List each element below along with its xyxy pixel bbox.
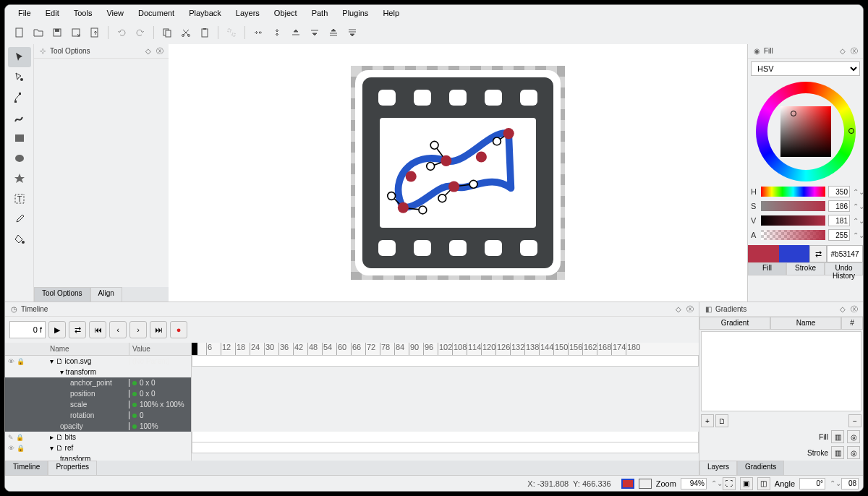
menu-document[interactable]: Document (131, 7, 182, 20)
remove-gradient-icon[interactable]: − (848, 414, 861, 427)
tree-row[interactable]: rotation0 (5, 410, 191, 421)
last-frame-icon[interactable]: ⏭ (150, 321, 167, 338)
detach-icon[interactable]: ◇ (144, 47, 153, 56)
zoom-sel-icon[interactable]: ◫ (757, 477, 770, 490)
hex-input[interactable] (827, 245, 863, 262)
menu-tools[interactable]: Tools (67, 7, 100, 20)
menu-view[interactable]: View (99, 7, 131, 20)
val-input[interactable] (828, 215, 850, 226)
loop-icon[interactable]: ⇄ (69, 321, 86, 338)
menu-edit[interactable]: Edit (38, 7, 67, 20)
detach-icon[interactable]: ◇ (838, 47, 847, 56)
lower-bottom-icon[interactable] (344, 24, 361, 41)
grad-stroke-radial-icon[interactable]: ◎ (847, 446, 860, 459)
swap-colors-icon[interactable]: ⇄ (809, 245, 827, 262)
lower-icon[interactable] (306, 24, 323, 41)
tree-row[interactable]: scale100% x 100% (5, 399, 191, 410)
tab-tool-options[interactable]: Tool Options (34, 287, 90, 302)
color-wheel[interactable] (756, 82, 856, 181)
tab-properties[interactable]: Properties (48, 461, 97, 475)
menu-path[interactable]: Path (305, 7, 336, 20)
export-icon[interactable] (86, 24, 103, 41)
tree-row[interactable]: transform (5, 453, 191, 461)
secondary-swatch[interactable] (779, 245, 810, 262)
layer-tree[interactable]: NameValue 👁 🔒▾ 🗋 icon.svg(No Parent)▾ tr… (5, 343, 192, 461)
bezier-tool[interactable] (8, 87, 31, 108)
stroke-swatch[interactable] (639, 479, 652, 489)
tab-timeline[interactable]: Timeline (5, 461, 48, 475)
flip-h-icon[interactable] (250, 24, 267, 41)
tree-row[interactable]: opacity100% (5, 421, 191, 432)
first-frame-icon[interactable]: ⏮ (89, 321, 106, 338)
zoom-fit-icon[interactable]: ⛶ (723, 477, 736, 490)
next-frame-icon[interactable]: › (129, 321, 147, 338)
grad-fill-radial-icon[interactable]: ◎ (847, 430, 860, 443)
tree-row[interactable]: ▾ transform (5, 367, 191, 377)
play-icon[interactable]: ▶ (48, 321, 66, 338)
tree-row[interactable]: 👁 🔒▾ 🗋 ref (5, 442, 191, 453)
tree-row[interactable]: position0 x 0 (5, 388, 191, 399)
playhead[interactable] (192, 343, 197, 356)
close-icon[interactable]: ⓧ (156, 47, 164, 56)
timeline-tracks[interactable]: 0612182430364248546066727884909610210811… (192, 343, 699, 461)
record-icon[interactable]: ● (170, 321, 187, 338)
tab-stroke[interactable]: Stroke (786, 262, 825, 275)
new-icon[interactable] (11, 24, 28, 41)
alpha-input[interactable] (828, 229, 850, 241)
menu-file[interactable]: File (11, 7, 38, 20)
tab-gradients[interactable]: Gradients (737, 461, 784, 475)
ellipse-tool[interactable] (8, 148, 31, 168)
detach-icon[interactable]: ◇ (838, 305, 847, 314)
grad-stroke-linear-icon[interactable]: ▥ (831, 446, 844, 459)
menu-layers[interactable]: Layers (229, 7, 267, 20)
close-icon[interactable]: ⓧ (850, 47, 859, 56)
freehand-tool[interactable] (8, 108, 31, 128)
select-tool[interactable] (8, 47, 31, 67)
close-icon[interactable]: ⓧ (686, 305, 694, 314)
raise-top-icon[interactable] (325, 24, 342, 41)
frame-input[interactable] (9, 321, 46, 338)
new-from-icon[interactable]: 🗋 (715, 414, 728, 427)
zoom-input[interactable] (681, 478, 707, 489)
paste-icon[interactable] (196, 24, 213, 41)
cut-icon[interactable] (177, 24, 195, 41)
save-as-icon[interactable] (67, 24, 85, 41)
eyedropper-tool[interactable] (8, 209, 31, 229)
raise-icon[interactable] (287, 24, 305, 41)
tree-row[interactable]: anchor_point0 x 0 (5, 377, 191, 388)
menu-playback[interactable]: Playback (182, 7, 229, 20)
angle-input[interactable] (799, 478, 825, 489)
gradients-list[interactable] (701, 331, 861, 411)
canvas[interactable] (169, 44, 747, 302)
val-slider[interactable] (761, 215, 825, 226)
detach-icon[interactable]: ◇ (674, 305, 683, 314)
tab-layers[interactable]: Layers (699, 461, 737, 475)
grad-fill-linear-icon[interactable]: ▥ (831, 430, 844, 443)
misc-input[interactable] (841, 478, 859, 489)
save-icon[interactable] (48, 24, 66, 41)
primary-swatch[interactable] (748, 245, 779, 262)
fill-swatch[interactable] (621, 479, 634, 489)
redo-icon[interactable] (132, 24, 149, 41)
fill-tool[interactable] (8, 229, 31, 249)
menu-plugins[interactable]: Plugins (335, 7, 375, 20)
add-gradient-icon[interactable]: + (701, 414, 714, 427)
tab-align[interactable]: Align (90, 287, 122, 302)
rect-tool[interactable] (8, 128, 31, 148)
tree-row[interactable]: 👁 🔒▾ 🗋 icon.svg(No Parent) (5, 356, 191, 367)
tree-row[interactable]: ✎ 🔒▸ 🗋 bits (5, 432, 191, 442)
flip-v-icon[interactable] (268, 24, 286, 41)
close-icon[interactable]: ⓧ (850, 305, 859, 314)
node-tool[interactable] (8, 67, 31, 87)
zoom-1-icon[interactable]: ▣ (740, 477, 753, 490)
prev-frame-icon[interactable]: ‹ (109, 321, 127, 338)
menu-object[interactable]: Object (267, 7, 305, 20)
open-icon[interactable] (30, 24, 47, 41)
text-tool[interactable]: T (8, 189, 31, 209)
alpha-slider[interactable] (761, 230, 825, 240)
sat-slider[interactable] (761, 201, 825, 211)
sat-input[interactable] (828, 200, 850, 212)
hue-input[interactable] (828, 186, 850, 197)
tab-undo-history[interactable]: Undo History (825, 262, 863, 275)
undo-icon[interactable] (113, 24, 130, 41)
